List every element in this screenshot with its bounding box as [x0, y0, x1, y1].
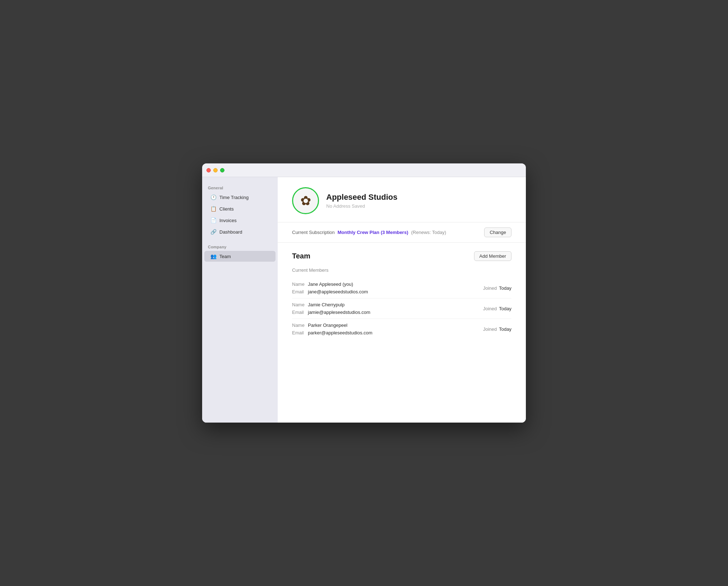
joined-value: Today [499, 285, 511, 291]
close-button[interactable] [206, 168, 211, 172]
invoices-icon: 📄 [210, 217, 217, 223]
member-email-field: Email jane@appleseedstudios.com [292, 289, 482, 294]
joined-value: Today [499, 326, 511, 332]
sidebar-item-label: Invoices [219, 218, 237, 223]
joined-label: Joined [483, 306, 497, 311]
maximize-button[interactable] [220, 168, 224, 172]
member-joined: Joined Today [483, 302, 511, 315]
main-content: ✿ Appleseed Studios No Address Saved Cur… [278, 177, 526, 423]
table-row: Name Jane Appleseed (you) Email jane@app… [292, 278, 511, 298]
subscription-renew: (Renews: Today) [411, 230, 446, 235]
minimize-button[interactable] [213, 168, 218, 172]
team-section: Team Add Member Current Members Name Jan… [278, 243, 526, 423]
member-name-field: Name Parker Orangepeel [292, 323, 482, 328]
clients-icon: 📋 [210, 206, 217, 212]
subscription-bar: Current Subscription Monthly Crew Plan (… [278, 222, 526, 243]
company-header: ✿ Appleseed Studios No Address Saved [278, 177, 526, 222]
team-header: Team Add Member [292, 251, 511, 261]
company-logo: ✿ [292, 187, 319, 214]
member-email-field: Email jamie@appleseedstudios.com [292, 310, 482, 315]
sidebar-item-invoices[interactable]: 📄 Invoices [204, 215, 276, 226]
member-details: Name Jane Appleseed (you) Email jane@app… [292, 281, 482, 294]
email-value: jane@appleseedstudios.com [308, 289, 368, 294]
traffic-lights [206, 168, 224, 172]
company-name: Appleseed Studios [326, 193, 397, 202]
member-joined: Joined Today [483, 281, 511, 294]
table-row: Name Parker Orangepeel Email parker@appl… [292, 319, 511, 339]
company-info: Appleseed Studios No Address Saved [326, 193, 397, 209]
member-details: Name Parker Orangepeel Email parker@appl… [292, 323, 482, 335]
name-label: Name [292, 281, 305, 287]
name-value: Jamie Cherrypulp [308, 302, 345, 307]
sidebar-item-label: Clients [219, 206, 234, 212]
sidebar-general-label: General [202, 183, 278, 191]
sidebar-item-team[interactable]: 👥 Team [204, 251, 276, 262]
window-body: General 🕐 Time Tracking 📋 Clients 📄 Invo… [202, 177, 526, 423]
sidebar-company-label: Company [202, 242, 278, 251]
name-value: Jane Appleseed (you) [308, 281, 353, 287]
email-label: Email [292, 289, 305, 294]
subscription-plan: Monthly Crew Plan (3 Members) [338, 230, 408, 235]
company-address: No Address Saved [326, 203, 397, 209]
joined-label: Joined [483, 285, 497, 291]
email-label: Email [292, 330, 305, 335]
current-members-label: Current Members [292, 267, 511, 273]
clock-icon: 🕐 [210, 194, 217, 200]
flower-icon: ✿ [300, 193, 311, 208]
sidebar-item-label: Dashboard [219, 229, 242, 235]
sidebar-item-time-tracking[interactable]: 🕐 Time Tracking [204, 192, 276, 203]
sidebar: General 🕐 Time Tracking 📋 Clients 📄 Invo… [202, 177, 278, 423]
joined-label: Joined [483, 326, 497, 332]
sidebar-item-label: Time Tracking [219, 195, 249, 200]
name-label: Name [292, 323, 305, 328]
email-label: Email [292, 310, 305, 315]
dashboard-icon: 🔗 [210, 229, 217, 235]
team-title: Team [292, 252, 310, 260]
member-name-field: Name Jane Appleseed (you) [292, 281, 482, 287]
name-label: Name [292, 302, 305, 307]
app-window: General 🕐 Time Tracking 📋 Clients 📄 Invo… [202, 163, 526, 423]
email-value: parker@appleseedstudios.com [308, 330, 372, 335]
titlebar [202, 163, 526, 177]
team-icon: 👥 [210, 253, 217, 259]
member-email-field: Email parker@appleseedstudios.com [292, 330, 482, 335]
member-name-field: Name Jamie Cherrypulp [292, 302, 482, 307]
joined-value: Today [499, 306, 511, 311]
name-value: Parker Orangepeel [308, 323, 347, 328]
sidebar-item-dashboard[interactable]: 🔗 Dashboard [204, 226, 276, 237]
subscription-label: Current Subscription [292, 230, 335, 235]
member-details: Name Jamie Cherrypulp Email jamie@apples… [292, 302, 482, 315]
sidebar-item-clients[interactable]: 📋 Clients [204, 203, 276, 214]
email-value: jamie@appleseedstudios.com [308, 310, 370, 315]
member-joined: Joined Today [483, 323, 511, 335]
add-member-button[interactable]: Add Member [474, 251, 511, 261]
change-subscription-button[interactable]: Change [484, 227, 511, 237]
table-row: Name Jamie Cherrypulp Email jamie@apples… [292, 298, 511, 319]
sidebar-item-label: Team [219, 254, 231, 259]
